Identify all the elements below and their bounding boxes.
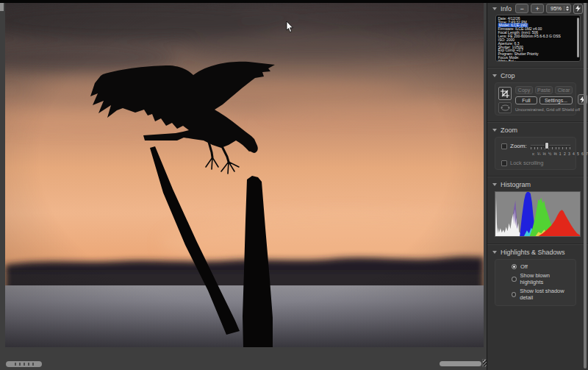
- radio-icon[interactable]: [512, 292, 516, 297]
- zoom-controls-group: Zoom: x: ¼ ⅓ ½ ⅔: [495, 137, 576, 170]
- zoom-checkbox[interactable]: [501, 143, 507, 149]
- collapse-triangle-icon: [492, 129, 497, 132]
- scale-tick: 4: [573, 152, 575, 156]
- histogram-chart: [495, 191, 581, 237]
- panel-info: Info − + 95% Date:: [487, 0, 588, 62]
- stepper-arrows-icon[interactable]: [564, 6, 569, 11]
- highlights-options-group: Off Show blown highlights Show lost shad…: [495, 259, 576, 306]
- sunset-raven-photo: [5, 3, 484, 347]
- photo-viewer-window: Info − + 95% Date:: [0, 0, 588, 370]
- panel-zoom-header[interactable]: Zoom: [487, 122, 588, 136]
- window-top-bar: [0, 0, 588, 3]
- scale-tick: 3: [568, 152, 570, 156]
- canvas-corner-marker: [0, 3, 4, 11]
- slider-thumb[interactable]: [545, 142, 549, 149]
- crop-icon: [501, 89, 509, 98]
- panel-title: Info: [501, 5, 512, 13]
- exif-line: White Bal.:: [498, 60, 578, 62]
- crop-full-button[interactable]: Full: [515, 96, 537, 104]
- radio-icon[interactable]: [512, 264, 517, 269]
- exif-lines: Date: 4/12/26 Time: 7:49:32 PM Model: IL…: [496, 15, 580, 62]
- crop-copy-button[interactable]: Copy: [515, 86, 533, 94]
- tools-sidebar: Info − + 95% Date:: [487, 0, 588, 370]
- zoom-in-button[interactable]: +: [531, 4, 544, 13]
- crop-tool-button[interactable]: [498, 87, 512, 100]
- zoom-checkbox-label: Zoom:: [510, 143, 527, 149]
- panel-crop-header[interactable]: Crop: [487, 68, 588, 82]
- panel-zoom: Zoom Zoom: x:: [487, 121, 588, 170]
- panel-title: Highlights & Shadows: [501, 249, 565, 256]
- radio-label: Show lost shadow detail: [520, 288, 570, 301]
- mouse-cursor: [286, 21, 295, 33]
- panel-histogram-header[interactable]: Histogram: [487, 177, 588, 191]
- scale-tick: ⅔: [553, 152, 556, 156]
- radio-option-lost-shadow[interactable]: Show lost shadow detail: [512, 288, 570, 301]
- sidebar-scrollbar[interactable]: [584, 1, 587, 369]
- scale-tick: 2: [564, 152, 566, 156]
- zoom-out-button[interactable]: −: [515, 4, 528, 13]
- radio-label: Show blown highlights: [520, 272, 570, 285]
- collapse-triangle-icon: [492, 183, 497, 186]
- exif-info-box[interactable]: Date: 4/12/26 Time: 7:49:32 PM Model: IL…: [495, 15, 581, 62]
- panel-title: Zoom: [501, 127, 517, 134]
- collapse-triangle-icon: [492, 7, 497, 10]
- lightning-icon: [576, 5, 581, 12]
- photo-view[interactable]: [5, 3, 484, 347]
- panel-title: Histogram: [501, 181, 531, 188]
- scale-tick: ¼: [537, 152, 540, 156]
- crop-controls-group: Copy Paste Clear Full Settings... Uncons…: [495, 82, 576, 115]
- radio-label: Off: [520, 263, 528, 270]
- zoom-scale-labels: x: ¼ ⅓ ½ ⅔ 1 2 3 4 5 6 7 8: [532, 152, 571, 157]
- crop-settings-button[interactable]: Settings...: [539, 96, 573, 104]
- crop-clear-button[interactable]: Clear: [555, 86, 573, 94]
- info-shortcut-button[interactable]: [573, 4, 583, 14]
- info-scrollbar-thumb[interactable]: [577, 18, 579, 57]
- lock-scrolling-checkbox[interactable]: [501, 160, 507, 166]
- crop-paste-button[interactable]: Paste: [535, 86, 553, 94]
- panel-title: Crop: [501, 72, 515, 79]
- horizontal-scrollbar-thumb[interactable]: [440, 361, 481, 366]
- radio-option-off[interactable]: Off: [512, 263, 570, 270]
- zoom-slider[interactable]: [530, 141, 571, 151]
- scale-tick: 1: [559, 152, 562, 156]
- zoom-level-value: 95%: [548, 5, 564, 12]
- image-canvas[interactable]: [0, 3, 487, 370]
- scale-tick: ½: [548, 152, 551, 156]
- scale-tick: 5: [577, 152, 579, 156]
- collapse-triangle-icon: [492, 74, 497, 77]
- scale-tick: ⅓: [543, 152, 546, 156]
- zoom-level-select[interactable]: 95%: [546, 4, 571, 13]
- panel-highlights-shadows: Highlights & Shadows Off Show blown high…: [487, 243, 588, 306]
- filmstrip-grip[interactable]: [6, 361, 42, 367]
- radio-option-blown-highlights[interactable]: Show blown highlights: [512, 272, 570, 285]
- lock-scrolling-label: Lock scrolling: [510, 160, 543, 166]
- slider-track: [531, 145, 570, 146]
- radio-icon[interactable]: [512, 277, 517, 282]
- slider-ticks: [531, 147, 570, 149]
- panel-histogram: Histogram: [487, 176, 588, 237]
- panel-highlights-header[interactable]: Highlights & Shadows: [487, 244, 588, 258]
- scale-prefix: x:: [532, 152, 535, 156]
- crop-status-text: Unconstrained, Grid off Shield off: [515, 107, 573, 112]
- panel-crop: Crop Cop: [487, 67, 588, 115]
- collapse-triangle-icon: [492, 251, 497, 254]
- rotate-icon: [501, 104, 510, 111]
- straighten-tool-button[interactable]: [498, 102, 512, 113]
